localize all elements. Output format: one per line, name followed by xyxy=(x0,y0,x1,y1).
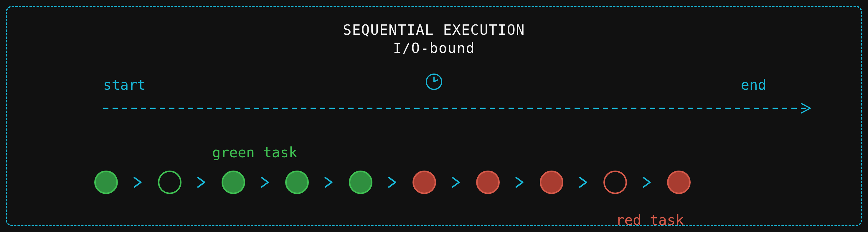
arrow-right-icon xyxy=(513,175,527,189)
arrow-right-icon xyxy=(385,175,400,189)
arrow-right-icon xyxy=(576,175,590,189)
arrow-right-icon xyxy=(131,175,145,189)
green-task-step xyxy=(94,170,118,194)
green-task-step xyxy=(222,170,245,194)
title-line-2: I/O-bound xyxy=(0,39,868,57)
green-task-step xyxy=(285,170,309,194)
red-task-step xyxy=(476,170,500,194)
red-task-label: red task xyxy=(616,212,684,228)
red-task-step xyxy=(540,170,563,194)
green-task-step xyxy=(349,170,372,194)
red-task-step xyxy=(412,170,436,194)
timeline-arrow xyxy=(103,102,816,115)
red-task-step xyxy=(603,170,627,194)
arrow-right-icon xyxy=(322,175,336,189)
task-sequence xyxy=(94,170,691,194)
timeline-start-label: start xyxy=(103,76,146,93)
diagram-title: SEQUENTIAL EXECUTION I/O-bound xyxy=(0,21,868,57)
arrow-right-icon xyxy=(258,175,272,189)
arrow-right-icon xyxy=(194,175,209,189)
green-task-step xyxy=(158,170,182,194)
timeline-end-label: end xyxy=(741,76,766,93)
arrow-right-icon xyxy=(640,175,654,189)
title-line-1: SEQUENTIAL EXECUTION xyxy=(343,22,525,38)
red-task-step xyxy=(667,170,691,194)
green-task-label: green task xyxy=(212,144,297,160)
clock-icon xyxy=(425,73,443,92)
arrow-right-icon xyxy=(449,175,463,189)
